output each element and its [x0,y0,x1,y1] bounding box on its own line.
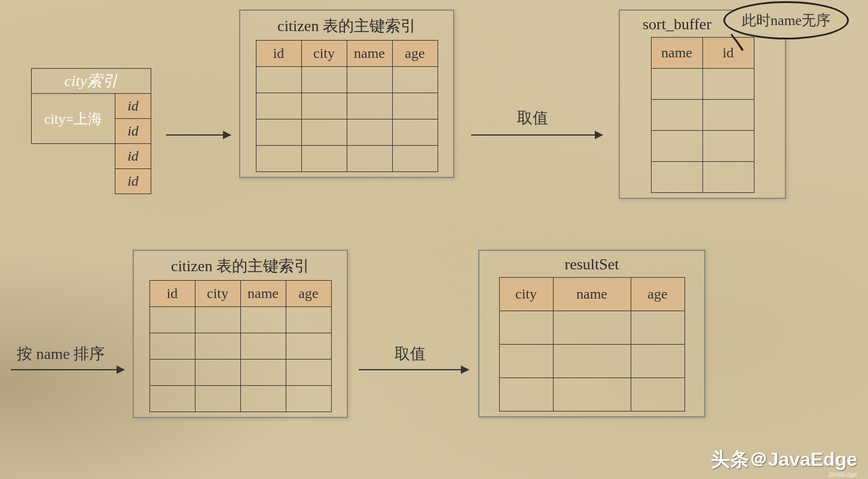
result-set-box: resultSet city name age [478,250,705,417]
arrow-3-label: 按 name 排序 [17,343,105,364]
arrow-2 [471,134,603,136]
col-header: id [149,281,195,307]
watermark: 头条＠JavaEdge [711,447,857,473]
sort-buffer-box: sort_buffer name id [619,10,786,199]
arrow-1 [166,134,231,136]
city-index-id: id [115,119,151,144]
primary-index-bottom-title: citizen 表的主键索引 [139,256,342,277]
city-index-filter: city=上海 [32,94,115,144]
primary-index-top-box: citizen 表的主键索引 id city name age [239,10,454,178]
table-row [651,131,754,162]
arrow-3 [11,369,124,370]
sort-buffer-table: name id [651,37,754,193]
result-set-title: resultSet [484,256,699,274]
col-header: city [301,41,347,67]
primary-index-bottom-table: id city name age [149,280,332,412]
arrow-2-label: 取值 [517,108,548,128]
col-header: age [286,281,331,307]
table-row [651,162,754,193]
city-index-id: id [115,94,151,119]
col-header: city [499,278,553,311]
city-index-id: id [115,144,151,169]
primary-index-top-table: id city name age [256,40,438,172]
table-row [149,360,331,386]
table-row [256,119,438,146]
table-row [499,345,684,378]
col-header: name [347,41,392,67]
col-header: name [651,38,702,69]
table-row [256,67,438,93]
col-header: city [195,281,240,307]
table-row [149,386,331,412]
table-row [651,69,754,100]
col-header: id [256,41,301,67]
primary-index-top-title: citizen 表的主键索引 [245,16,448,36]
arrow-4 [359,369,469,370]
watermark-small: JavaEdge [828,471,857,478]
table-row [499,378,684,412]
col-header: name [553,278,631,311]
speech-bubble-text: 此时name无序 [742,11,830,30]
table-row [651,100,754,131]
city-index-id: id [115,169,151,194]
primary-index-bottom-box: citizen 表的主键索引 id city name age [133,250,348,418]
result-set-table: city name age [499,277,685,412]
table-row [149,307,331,333]
city-index-header: city索引 [32,69,151,94]
speech-bubble: 此时name无序 [723,1,849,39]
city-index-box: city索引 city=上海 id id id id [31,65,151,194]
col-header: name [240,281,286,307]
table-row [499,311,684,345]
table-row [256,93,438,119]
arrow-4-label: 取值 [395,343,426,364]
col-header: age [392,41,438,67]
city-index-table: city索引 city=上海 id id id id [31,68,151,194]
col-header: age [631,278,684,311]
table-row [256,146,438,172]
table-row [149,333,331,360]
